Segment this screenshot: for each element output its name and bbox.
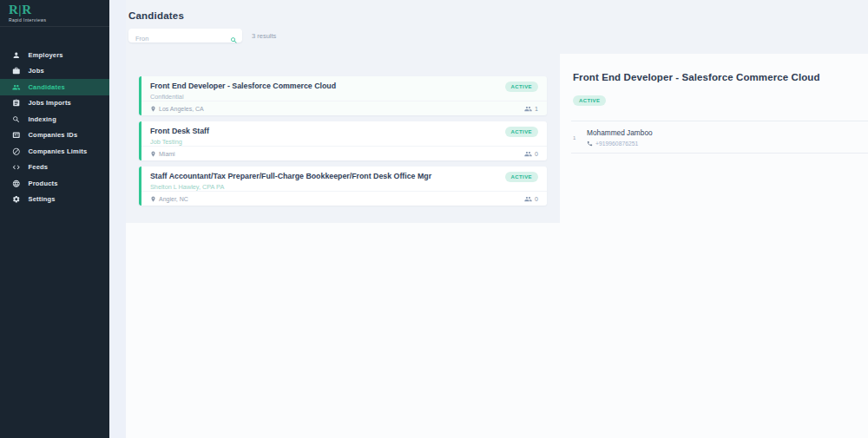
- status-badge: ACTIVE: [505, 172, 538, 182]
- job-card-location: Los Angeles, CA: [150, 106, 204, 112]
- sidebar-item-jobs-imports[interactable]: Jobs Imports: [0, 95, 109, 112]
- detail-status-badge: ACTIVE: [573, 95, 606, 106]
- candidate-index: 1: [573, 135, 578, 141]
- sidebar-item-settings[interactable]: Settings: [0, 192, 109, 208]
- location-pin-icon: [150, 151, 156, 157]
- search-box: [128, 29, 242, 42]
- status-badge: ACTIVE: [505, 82, 538, 92]
- sidebar: R|R Rapid Interviews Employers Jobs Cand…: [0, 0, 109, 438]
- job-card-location: Angier, NC: [150, 196, 188, 202]
- candidates-count: 1: [524, 105, 538, 113]
- candidate-name: Mohammed Jamboo: [587, 128, 653, 137]
- detail-title: Front End Developer - Salesforce Commerc…: [573, 72, 868, 82]
- sidebar-menu: Employers Jobs Candidates Jobs Imports I…: [0, 27, 109, 207]
- ban-icon: [12, 147, 21, 156]
- sidebar-item-companies-limits[interactable]: Companies Limits: [0, 143, 109, 160]
- people-icon: [524, 195, 532, 203]
- app-root: R|R Rapid Interviews Employers Jobs Cand…: [0, 0, 868, 438]
- candidate-row[interactable]: 1 Mohammed Jamboo +919960876251: [573, 121, 868, 153]
- results-count: 3 results: [252, 32, 276, 40]
- job-card-title: Staff Accountant/Tax Preparer/Full-Charg…: [150, 172, 438, 181]
- logo-subtext: Rapid Interviews: [9, 17, 109, 23]
- job-list: Front End Developer - Salesforce Commerc…: [126, 54, 560, 223]
- page-title: Candidates: [128, 10, 276, 21]
- job-card-title: Front Desk Staff: [150, 127, 216, 136]
- sidebar-item-companies-ids[interactable]: Companies IDs: [0, 127, 109, 144]
- id-card-icon: [12, 131, 21, 140]
- divider: [571, 153, 868, 154]
- search-icon: [12, 115, 21, 124]
- candidates-count: 0: [524, 150, 538, 158]
- candidate-list: 1 Mohammed Jamboo +919960876251: [573, 121, 868, 154]
- code-icon: [12, 163, 21, 172]
- candidates-count: 0: [524, 195, 538, 203]
- job-card-location: Miami: [150, 151, 175, 157]
- sidebar-item-feeds[interactable]: Feeds: [0, 160, 109, 176]
- location-pin-icon: [150, 106, 156, 112]
- content-gutter: [109, 0, 126, 438]
- clipboard-icon: [12, 99, 21, 108]
- sidebar-item-candidates[interactable]: Candidates: [0, 79, 109, 95]
- phone-icon: [587, 141, 593, 147]
- candidate-phone[interactable]: +919960876251: [587, 141, 653, 147]
- briefcase-icon: [12, 67, 21, 75]
- job-card[interactable]: Staff Accountant/Tax Preparer/Full-Charg…: [139, 167, 547, 206]
- search-input[interactable]: [128, 32, 242, 46]
- sidebar-item-employers[interactable]: Employers: [0, 47, 109, 63]
- globe-icon: [12, 180, 21, 188]
- status-badge: ACTIVE: [505, 127, 538, 137]
- people-icon: [12, 83, 21, 92]
- location-pin-icon: [150, 196, 156, 202]
- people-icon: [524, 150, 532, 158]
- job-detail-panel: Front End Developer - Salesforce Commerc…: [560, 54, 868, 438]
- person-icon: [12, 51, 21, 60]
- search-icon[interactable]: [230, 32, 238, 40]
- job-card-title: Front End Developer - Salesforce Commerc…: [150, 82, 343, 91]
- sidebar-item-products[interactable]: Products: [0, 175, 109, 192]
- job-card[interactable]: Front Desk Staff Job Testing ACTIVE Miam…: [139, 121, 547, 160]
- people-icon: [524, 105, 532, 113]
- main-area: Candidates 3 results Front End Developer…: [109, 0, 868, 438]
- page-header: Candidates 3 results: [128, 0, 276, 42]
- sidebar-item-indexing[interactable]: Indexing: [0, 111, 109, 127]
- logo-mark: R|R: [9, 3, 109, 16]
- sidebar-item-jobs[interactable]: Jobs: [0, 63, 109, 80]
- gear-icon: [12, 195, 21, 204]
- job-card[interactable]: Front End Developer - Salesforce Commerc…: [139, 76, 547, 115]
- search-row: 3 results: [128, 29, 276, 42]
- app-logo[interactable]: R|R Rapid Interviews: [0, 0, 109, 27]
